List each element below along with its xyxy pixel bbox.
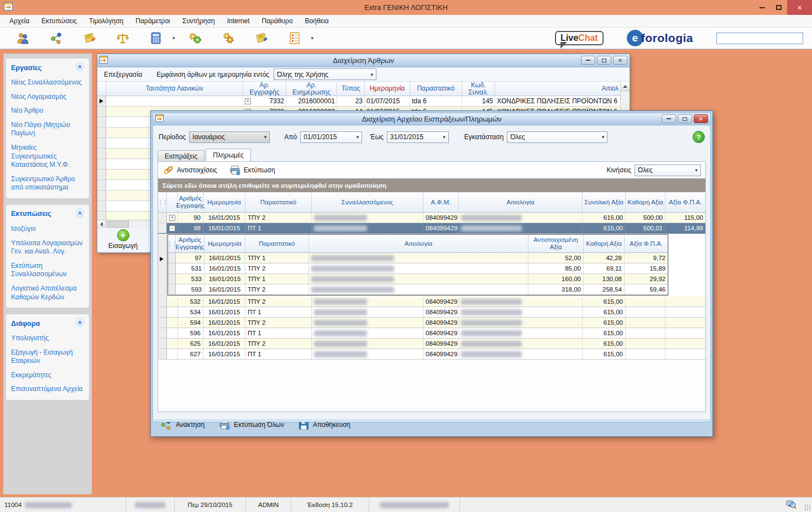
collapse-icon[interactable] — [76, 209, 84, 219]
livechat-logo[interactable]: LiveChat — [555, 31, 604, 45]
col-reason[interactable]: Αιτιολογία — [459, 192, 583, 212]
restore-button[interactable] — [597, 56, 611, 65]
grid-row[interactable]: 627 16/01/2015 ΠΤ 1 084099429 615,00 — [158, 349, 705, 360]
col-total[interactable]: Συνολική Αξία — [583, 192, 626, 212]
menu-item[interactable]: Αρχεία — [3, 15, 35, 28]
minimize-button[interactable] — [754, 0, 771, 15]
notepad2-icon[interactable] — [248, 31, 275, 45]
scales-icon[interactable] — [109, 31, 136, 45]
subcol-tax[interactable]: Αξία Φ.Π.Α. — [625, 235, 668, 252]
menu-item[interactable]: Βοήθεια — [299, 15, 335, 28]
scroll-left-icon[interactable] — [97, 220, 106, 228]
restore-button[interactable] — [678, 114, 692, 123]
eforologia-logo[interactable]: eforologia — [627, 30, 693, 46]
sidebar-item[interactable]: Συγκεντρωτικό Άρθρο από υποκατάστημα — [6, 172, 89, 195]
col-type[interactable]: Τύπος — [337, 82, 365, 96]
sidebar-item[interactable]: Νέο Πάγιο (Μητρώο Παγίων) — [6, 118, 89, 141]
col-net[interactable]: Καθαρή Αξία — [626, 192, 666, 212]
subcol-date[interactable]: Ημερομηνία — [205, 235, 245, 252]
expand-icon[interactable]: + — [169, 215, 175, 221]
notepad-icon[interactable] — [76, 31, 103, 45]
sidebar-item[interactable]: Νέος Συναλλασσόμενος — [6, 76, 89, 90]
sidebar-item[interactable]: Υπολογιστής — [6, 331, 89, 346]
sidebar-item[interactable]: Εκκρεμότητες — [6, 368, 89, 383]
article-row[interactable]: +7332 2016000001 23 01/07/2015 tda 6 145… — [97, 96, 630, 107]
close-button[interactable]: ✕ — [694, 114, 708, 123]
sidebar-item[interactable]: Επισυναπτόμενα Αρχεία — [6, 382, 89, 397]
gears-green-icon[interactable] — [182, 31, 208, 45]
grid-row[interactable]: 625 16/01/2015 ΤΠΥ 2 084099429 615,00 — [158, 339, 705, 349]
col-entry[interactable]: Αριθμός Εγγραφής — [178, 192, 203, 212]
sidebar-item[interactable]: Υπόλοιπα Λογαριασμών Γεν. και Αναλ. Λογ. — [6, 236, 89, 259]
search-input[interactable] — [716, 33, 803, 44]
menu-item[interactable]: Παράμετροι — [129, 15, 176, 28]
col-date[interactable]: Ημερομηνία — [203, 192, 245, 212]
subcol-doc[interactable]: Παραστατικό — [245, 235, 309, 252]
col-tax[interactable]: Αξία Φ.Π.Α. — [666, 192, 705, 212]
subcol-net[interactable]: Καθαρή Αξία — [584, 235, 625, 252]
col-vat[interactable]: Α.Φ.Μ. — [423, 192, 459, 212]
sidebar-item[interactable]: Λογιστικό Αποτέλεσμα Καθαρών Κερδών — [6, 282, 89, 304]
match-button[interactable]: Αντιστοιχίσεις — [163, 165, 217, 175]
col-update[interactable]: Αρ. Ενημέρωσης — [286, 82, 337, 96]
close-button[interactable]: ✕ — [613, 56, 627, 65]
grid-row[interactable]: + 90 16/01/2015 ΤΠΥ 2 084099429 615,00 5… — [158, 213, 705, 223]
sidebar-item[interactable]: Μηνιαίες Συγκεντρωτικές Καταστάσεις Μ.Υ.… — [6, 141, 89, 172]
col-date[interactable]: Ημερομηνία — [365, 82, 410, 96]
print-button[interactable]: Εκτύπωση — [229, 165, 275, 175]
col-doc[interactable]: Παραστατικό — [245, 192, 312, 212]
col-reason[interactable]: Αιτιολ — [495, 82, 630, 96]
subgrid-row[interactable]: 97 16/01/2015 ΤΠΥ 1 52,00 42,28 9,72 — [168, 253, 668, 263]
calculator-dropdown-arrow[interactable]: ▾ — [172, 35, 175, 41]
gears-orange-icon[interactable] — [215, 31, 242, 45]
grid-row-selected[interactable]: − 98 16/01/2015 ΠΤ 1 084099429 615,00 50… — [158, 223, 705, 234]
tab-payments[interactable]: Πληρωμές — [206, 149, 251, 161]
grid-row[interactable]: 594 16/01/2015 ΤΠΥ 2 084099429 615,00 — [158, 318, 705, 328]
network-status-icon[interactable] — [785, 499, 797, 510]
scroll-up-icon[interactable] — [621, 82, 630, 91]
col-doc[interactable]: Παραστατικό — [410, 82, 462, 96]
users-icon[interactable] — [10, 31, 36, 45]
menu-item[interactable]: Internet — [221, 15, 256, 28]
subcol-entry[interactable]: Αριθμός Εγγραφής — [176, 235, 205, 252]
moves-dropdown[interactable]: Όλες▾ — [635, 165, 701, 176]
menu-item[interactable]: Τιμολόγηση — [83, 15, 129, 28]
insert-button[interactable]: + Εισαγωγή — [104, 228, 142, 251]
minimize-button[interactable] — [662, 114, 676, 123]
col-partner[interactable]: Κωδ. Συναλ. — [462, 82, 495, 96]
tasklist-icon[interactable] — [281, 31, 308, 45]
subgrid-row[interactable]: 531 16/01/2015 ΤΠΥ 2 85,00 69,11 15,89 — [168, 263, 668, 274]
help-icon[interactable]: ? — [693, 131, 705, 143]
from-date-dropdown[interactable]: 01/01/2015▾ — [300, 131, 362, 143]
subgrid-row[interactable]: 593 16/01/2015 ΤΠΥ 2 318,00 258,54 59,46 — [168, 284, 668, 295]
collapse-icon[interactable] — [76, 62, 84, 73]
sidebar-item[interactable]: Ισοζύγιο — [6, 222, 89, 236]
menu-item[interactable]: Συντήρηση — [176, 15, 221, 28]
dialog-titlebar[interactable]: Διαχείριση Αρχείου Εισπράξεων/Πληρωμών ✕ — [153, 113, 711, 125]
installation-dropdown[interactable]: Όλες▾ — [507, 131, 607, 143]
minimize-button[interactable] — [581, 56, 595, 65]
sidebar-item[interactable]: Νέος Λογαριασμός — [6, 90, 89, 104]
subgrid-row[interactable]: 533 16/01/2015 ΤΠΥ 1 160,00 130,08 29,92 — [168, 274, 668, 284]
menu-item[interactable]: Εκτυπώσεις — [35, 15, 83, 28]
connections-icon[interactable] — [43, 31, 70, 45]
sidebar-item[interactable]: Εξαγωγή - Εισαγωγή Εταιρειών — [6, 346, 89, 368]
period-filter-dropdown[interactable]: Όλης της Χρήσης▾ — [274, 68, 376, 80]
col-retail[interactable]: Ταυτότητα Λιανικών — [106, 82, 243, 96]
drag-handle-icon[interactable]: ⋮⋮ — [158, 199, 167, 205]
subcol-reason[interactable]: Αιτιολογία — [309, 235, 528, 252]
maximize-button[interactable] — [771, 0, 787, 15]
collapse-icon[interactable] — [76, 318, 84, 329]
col-partner[interactable]: Συναλλασσόμενος — [312, 192, 423, 212]
period-dropdown[interactable]: Ιανουάριος▾ — [189, 131, 270, 143]
tab-receipts[interactable]: Εισπράξεις — [158, 150, 205, 161]
edit-menu-item[interactable]: Επεξεργασία — [104, 71, 142, 78]
grid-row[interactable]: 596 16/01/2015 ΠΤ 1 084099429 615,00 — [158, 328, 705, 339]
articles-titlebar[interactable]: Διαχείριση Άρθρων ✕ — [97, 54, 630, 67]
subcol-matched[interactable]: Αντιστοιχισμένη Αξία — [528, 235, 584, 252]
collapse-row-icon[interactable]: − — [169, 225, 175, 231]
tasklist-dropdown-arrow[interactable]: ▾ — [311, 35, 314, 41]
scrollbar-thumb[interactable] — [107, 221, 129, 228]
to-date-dropdown[interactable]: 31/01/2015▾ — [387, 131, 449, 143]
col-entry[interactable]: Αρ. Εγγραφής — [243, 82, 286, 96]
